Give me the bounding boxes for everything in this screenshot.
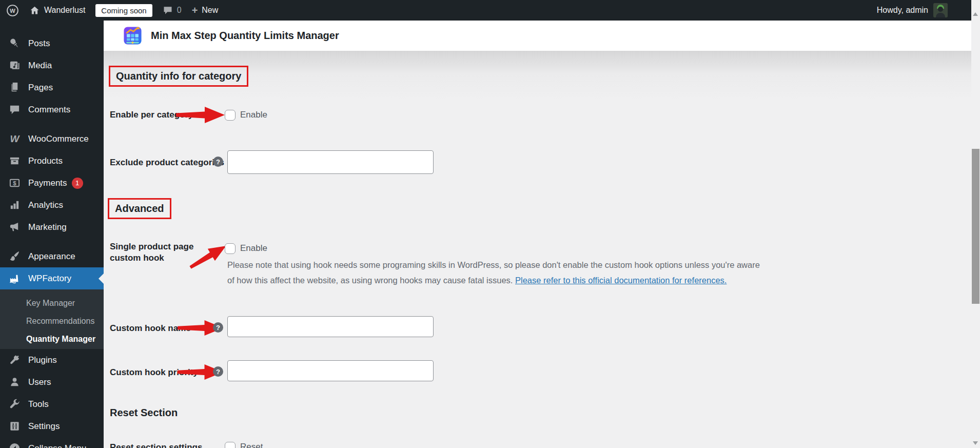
svg-text:W: W bbox=[10, 7, 15, 13]
scrollbar bbox=[971, 0, 980, 448]
woocommerce-icon: W bbox=[8, 134, 22, 144]
reset-settings-label: Reset section settings bbox=[110, 442, 202, 448]
exclude-categories-label: Exclude product categories bbox=[110, 157, 224, 168]
pages-icon bbox=[8, 82, 22, 93]
custom-hook-name-input[interactable] bbox=[227, 316, 434, 337]
howdy-label: Howdy, admin bbox=[877, 6, 928, 15]
documentation-link[interactable]: Please refer to this official documentat… bbox=[515, 276, 727, 285]
box-icon bbox=[8, 155, 22, 167]
sidebar-item-comments[interactable]: Comments bbox=[0, 99, 104, 121]
sidebar-item-label: Users bbox=[28, 377, 51, 387]
brush-icon bbox=[8, 250, 22, 262]
sidebar-subitem-key-manager[interactable]: Key Manager bbox=[0, 294, 104, 312]
media-icon bbox=[8, 60, 22, 71]
collapse-icon bbox=[8, 442, 22, 448]
sidebar-item-settings[interactable]: Settings bbox=[0, 415, 104, 437]
plugin-icon bbox=[8, 354, 22, 366]
sidebar-item-label: Settings bbox=[28, 421, 60, 432]
sidebar-item-label: Comments bbox=[28, 105, 70, 115]
sidebar-item-woocommerce[interactable]: W WooCommerce bbox=[0, 128, 104, 150]
sidebar-item-label: Marketing bbox=[28, 222, 67, 232]
scrollbar-up-arrow[interactable] bbox=[973, 12, 978, 16]
megaphone-icon bbox=[8, 221, 22, 233]
help-icon[interactable]: ? bbox=[213, 322, 223, 333]
money-icon: $ bbox=[8, 177, 22, 189]
svg-text:$: $ bbox=[13, 180, 16, 186]
comment-bubble-icon bbox=[163, 5, 173, 15]
sidebar-item-products[interactable]: Products bbox=[0, 150, 104, 172]
sidebar-item-label: Plugins bbox=[28, 355, 57, 365]
sidebar-item-collapse-menu[interactable]: Collapse Menu bbox=[0, 437, 104, 448]
comment-count: 0 bbox=[177, 6, 182, 15]
sliders-icon bbox=[8, 420, 22, 432]
plugin-page-header: Min Max Step Quantity Limits Manager bbox=[104, 21, 971, 51]
section-heading-reset: Reset Section bbox=[110, 407, 178, 419]
new-label: New bbox=[202, 6, 218, 15]
admin-bar: W Wanderlust Coming soon 0 + New Howdy, … bbox=[0, 0, 971, 21]
admin-bar-account[interactable]: Howdy, admin bbox=[877, 3, 971, 17]
user-icon bbox=[8, 376, 22, 388]
reset-checkbox[interactable] bbox=[225, 442, 236, 448]
reset-settings-field: Reset bbox=[225, 440, 263, 448]
sidebar-item-label: Tools bbox=[28, 399, 49, 410]
sidebar-subitem-recommendations[interactable]: Recommendations bbox=[0, 312, 104, 330]
sidebar-item-users[interactable]: Users bbox=[0, 371, 104, 393]
plugin-logo-icon bbox=[123, 26, 143, 46]
sidebar-item-tools[interactable]: Tools bbox=[0, 393, 104, 415]
annotation-arrow-enable-category bbox=[176, 106, 225, 124]
sidebar-item-label: Products bbox=[28, 156, 63, 166]
sidebar-item-posts[interactable]: Posts bbox=[0, 32, 104, 54]
comment-icon bbox=[8, 104, 22, 115]
sidebar-item-analytics[interactable]: Analytics bbox=[0, 194, 104, 216]
settings-content: Quantity info for category Enable per ca… bbox=[104, 51, 971, 448]
exclude-categories-input[interactable] bbox=[227, 150, 434, 174]
avatar bbox=[933, 3, 948, 17]
custom-hook-enable-checkbox[interactable] bbox=[225, 243, 236, 254]
site-name-link[interactable]: Wanderlust bbox=[29, 5, 85, 16]
payments-count-badge: 1 bbox=[72, 178, 83, 189]
sidebar-item-media[interactable]: Media bbox=[0, 54, 104, 76]
help-icon[interactable]: ? bbox=[213, 157, 223, 167]
sidebar-item-pages[interactable]: Pages bbox=[0, 76, 104, 99]
custom-hook-description: Please note that using hook needs some p… bbox=[227, 257, 761, 288]
sidebar-item-label: Appearance bbox=[28, 251, 75, 262]
sidebar-item-appearance[interactable]: Appearance bbox=[0, 245, 104, 267]
sidebar-subitem-quantity-manager[interactable]: Quantity Manager bbox=[0, 330, 104, 348]
sidebar-item-payments[interactable]: $ Payments 1 bbox=[0, 172, 104, 194]
admin-bar-comments[interactable]: 0 bbox=[163, 5, 182, 15]
plus-icon: + bbox=[192, 5, 198, 15]
checkbox-label: Reset bbox=[240, 442, 263, 448]
bar-chart-icon bbox=[8, 199, 22, 211]
scrollbar-down-arrow[interactable] bbox=[973, 441, 978, 445]
sidebar-item-label: Posts bbox=[28, 38, 50, 49]
sidebar-item-label: WooCommerce bbox=[28, 134, 89, 144]
section-heading-category: Quantity info for category bbox=[109, 66, 248, 87]
sidebar-item-wpfactory[interactable]: WPFactory bbox=[0, 267, 104, 289]
wpfactory-submenu: Key Manager Recommendations Quantity Man… bbox=[0, 289, 104, 349]
admin-sidebar: Posts Media Pages Comments W WooCommerce… bbox=[0, 21, 104, 448]
enable-per-category-field: Enable bbox=[225, 108, 267, 122]
wrench-icon bbox=[8, 398, 22, 410]
sidebar-item-label: Payments bbox=[28, 178, 67, 188]
help-icon[interactable]: ? bbox=[213, 366, 223, 377]
checkbox-label: Enable bbox=[240, 243, 267, 254]
sidebar-item-label: WPFactory bbox=[28, 274, 71, 284]
wordpress-logo-icon[interactable]: W bbox=[6, 4, 19, 17]
home-icon bbox=[29, 5, 40, 16]
factory-icon bbox=[8, 272, 22, 284]
admin-bar-new[interactable]: + New bbox=[192, 5, 219, 15]
page-title: Min Max Step Quantity Limits Manager bbox=[151, 30, 339, 42]
custom-hook-priority-input[interactable] bbox=[227, 360, 434, 381]
checkbox-label: Enable bbox=[240, 110, 267, 120]
pushpin-icon bbox=[8, 37, 22, 49]
sidebar-item-plugins[interactable]: Plugins bbox=[0, 349, 104, 371]
sidebar-item-label: Collapse Menu bbox=[28, 443, 86, 448]
enable-per-category-checkbox[interactable] bbox=[225, 110, 236, 121]
sidebar-item-label: Pages bbox=[28, 83, 53, 93]
section-heading-advanced: Advanced bbox=[108, 198, 171, 219]
custom-hook-enable-field: Enable bbox=[225, 241, 267, 256]
scrollbar-thumb[interactable] bbox=[972, 149, 979, 304]
sidebar-item-marketing[interactable]: Marketing bbox=[0, 216, 104, 238]
wordpress-logo-icon: W bbox=[6, 4, 19, 17]
coming-soon-badge: Coming soon bbox=[95, 4, 152, 17]
